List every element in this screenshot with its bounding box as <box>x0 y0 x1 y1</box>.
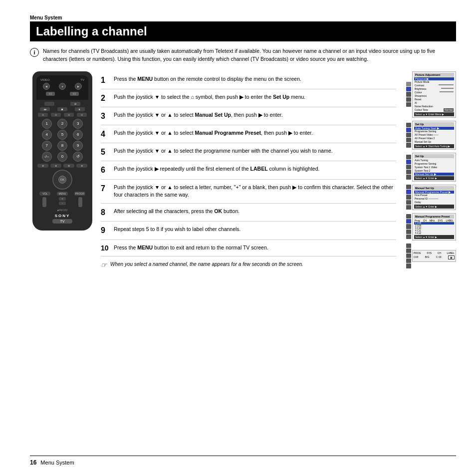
remote-btn-s2[interactable]: ⊕ <box>50 164 61 168</box>
page-title-bar: Labelling a channel <box>30 21 456 41</box>
remote-bottom-btns: VOL MENU PROGR <box>36 192 88 196</box>
remote-num-recall[interactable]: ↺ <box>73 152 83 162</box>
remote-mid-row-1: ⊞ <box>36 102 88 106</box>
tv-label-top: TV <box>80 78 84 81</box>
screen-label-input: ▣ <box>448 255 455 259</box>
remote-num-minus[interactable]: -/-- <box>42 152 52 162</box>
remote-num-2[interactable]: 2 <box>57 119 67 129</box>
remote-mid-row-3: ⊙ ⊙ ⊙ ⊙ <box>36 113 88 117</box>
screen-title-3: Set Up <box>414 154 454 158</box>
screen-label-row: C08B/GC 03 ▣ <box>414 255 455 259</box>
remote-btn-stop[interactable]: ⏹ <box>57 107 67 111</box>
remote-btn-s4[interactable]: ⊕ <box>76 164 87 168</box>
remote-vol-btns: + - <box>59 197 66 207</box>
remote-joystick-inner: OK <box>58 176 66 184</box>
remote-top-buttons: ◀ ● ▶ <box>38 83 86 90</box>
screen-row-1b: Contrast <box>414 84 454 87</box>
step-6-num: 6 <box>101 165 112 175</box>
remote-btn-progr[interactable]: PROGR <box>74 192 85 196</box>
screen-row-3b: Programme Sorting <box>414 162 454 166</box>
video-label: VIDEO <box>40 78 50 81</box>
remote-mid-row-2: ⏮ ⏹ ⏵ <box>36 107 88 111</box>
remote-small-btn-1[interactable] <box>44 102 54 106</box>
main-content: VIDEO TV ◀ ● ▶ I/O I/O ⊞ <box>30 71 456 269</box>
screen-row-2c: AV Preset Video 2 <box>414 137 454 140</box>
remote-num-5[interactable]: 5 <box>57 130 67 140</box>
step-3-text: Push the joystick ▼ or ▲ to select Manua… <box>114 111 396 119</box>
remote-btn-power[interactable]: ◀ <box>43 83 50 90</box>
screen-highlight-3: Manual Set Up ▶ <box>414 173 454 176</box>
remote-btn-misc1[interactable]: ⊙ <box>38 113 48 117</box>
step-10-num: 10 <box>101 244 112 252</box>
screen-box-3: Set Up Auto Tuning Programme Sorting Sys… <box>412 153 456 182</box>
remote-num-7[interactable]: 7 <box>42 141 52 151</box>
remote-num-3[interactable]: 3 <box>73 119 83 129</box>
step-5-text: Push the joystick ▼ or ▲ to select the p… <box>114 147 396 155</box>
screen-row-2b: AV Preset Video —— <box>414 133 454 137</box>
screen-row-4c: Delay <box>414 201 454 204</box>
step-8-text: After selecting all the characters, pres… <box>114 208 396 216</box>
remote-slider-right <box>78 197 82 207</box>
remote-num-8[interactable]: 8 <box>57 141 67 151</box>
remote-btn-play[interactable]: ⏵ <box>75 107 85 111</box>
screen-bottom-5: Select ▲▼ Enter ▶ <box>414 235 454 239</box>
remote-vol-down[interactable]: - <box>59 202 66 205</box>
remote-num-1[interactable]: 1 <box>42 119 52 129</box>
remote-btn-misc4[interactable]: ⊙ <box>77 113 87 117</box>
screen-box-6: PROGSYSCHLABEL C08B/GC 03 ▣ <box>412 250 456 262</box>
step-1-text: Press the MENU button on the remote cont… <box>114 75 396 83</box>
remote-vol-up[interactable]: + <box>59 197 66 201</box>
step-3: 3 Push the joystick ▼ or ▲ to select Man… <box>101 107 396 125</box>
step-7-num: 7 <box>101 184 112 193</box>
remote-tv-label: TV <box>52 219 72 224</box>
remote-btn-vol[interactable]: VOL <box>39 192 50 196</box>
remote-num-6[interactable]: 6 <box>73 130 83 140</box>
footer-label: Menu System <box>40 460 74 466</box>
screen-box-5: Manual Programme Preset ProgCHMHzSYSLABE… <box>412 213 456 240</box>
screen-row-5e: 5 C12 <box>414 232 454 235</box>
remote-slider-left <box>42 197 46 207</box>
step-9-num: 9 <box>101 226 112 235</box>
step-5-num: 5 <box>101 147 112 157</box>
step-10-text: Press the MENU button to exit and return… <box>114 244 396 252</box>
screen-tab-3 <box>406 155 411 180</box>
step-10: 10 Press the MENU button to exit and ret… <box>101 240 396 257</box>
screen-row-3a: Auto Tuning <box>414 159 454 162</box>
remote-num-0[interactable]: 0 <box>57 152 67 162</box>
screen-label-header: PROGSYSCHLABEL <box>414 251 455 254</box>
screen-row-1c: Brightness <box>414 87 454 91</box>
remote-btn-menu[interactable]: MENU <box>57 192 68 196</box>
remote-btn-misc2[interactable]: ⊙ <box>51 113 61 117</box>
screen-3: Set Up Auto Tuning Programme Sorting Sys… <box>406 153 456 182</box>
remote-btn-rew[interactable]: ⏮ <box>40 107 50 111</box>
remote-btn-forward[interactable]: ▶ <box>75 83 82 90</box>
remote-btn-s3[interactable]: ⊕ <box>63 164 74 168</box>
remote-btn-misc3[interactable]: ⊙ <box>64 113 74 117</box>
remote-btn-s1[interactable]: ⊕ <box>37 164 48 168</box>
screen-title-1: Picture Adjustment <box>414 73 454 77</box>
step-6-text: Push the joystick ▶ repeatedly until the… <box>114 165 396 173</box>
screen-title-2: Set Up <box>414 122 454 126</box>
step-4-num: 4 <box>101 129 112 139</box>
remote-joystick[interactable]: OK <box>52 170 72 190</box>
screen-tab-2 <box>406 123 411 148</box>
step-4-text: Push the joystick ▼ or ▲ to select Manua… <box>114 129 396 137</box>
step-3-num: 3 <box>101 111 112 121</box>
screen-row-1d: Colour <box>414 91 454 94</box>
screen-bottom-1: Select ▲▼ Enter Menu ▶ <box>414 112 454 116</box>
remote-io-btn-1[interactable]: I/O <box>46 92 55 96</box>
screen-tab-6 <box>406 243 411 268</box>
screen-title-4: Manual Set Up <box>414 186 454 190</box>
remote-small-btn-2[interactable]: ⊞ <box>70 102 80 106</box>
remote-num-9[interactable]: 9 <box>73 141 83 151</box>
info-box: i Names for channels (TV Broadcasts) are… <box>30 47 456 63</box>
info-icon: i <box>30 48 39 57</box>
screen-2: Set Up Auto Tuning Start ▶ Programme Sor… <box>406 121 456 150</box>
screen-bottom-4: Select ▲▼ Enter ▶ <box>414 205 454 209</box>
screen-box-4: Manual Set Up Manual Programme Preset ▶ … <box>412 185 456 210</box>
screen-box-1: Picture Adjustment Personal ▶ Picture Mo… <box>412 71 456 118</box>
remote-btn-select[interactable]: ● <box>59 83 66 90</box>
screen-row-4a: Fine Preset <box>414 194 454 197</box>
remote-io-btn-2[interactable]: I/O <box>70 92 79 96</box>
remote-num-4[interactable]: 4 <box>42 130 52 140</box>
